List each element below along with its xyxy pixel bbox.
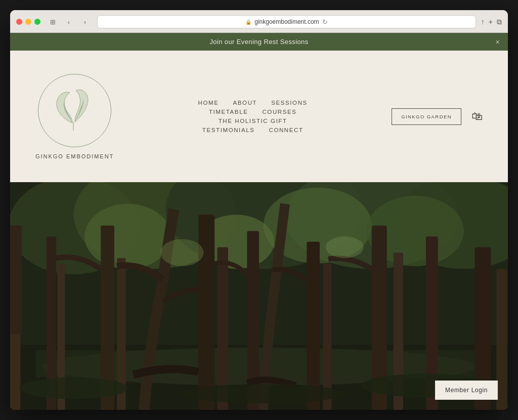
hero-forest-svg	[10, 182, 508, 410]
refresh-icon[interactable]: ↻	[322, 18, 328, 26]
nav-row-2: TIMETABLE COURSES	[209, 109, 297, 115]
header-right: GINKGO GARDEN 🛍 0	[392, 108, 483, 125]
tabs-icon[interactable]: ⧉	[497, 18, 502, 26]
forward-button[interactable]: ›	[78, 16, 92, 27]
cart-button[interactable]: 🛍 0	[471, 111, 483, 122]
traffic-lights	[16, 19, 40, 25]
main-navigation: HOME ABOUT SESSIONS TIMETABLE COURSES TH…	[114, 100, 392, 133]
nav-about[interactable]: ABOUT	[233, 100, 257, 106]
svg-point-7	[84, 204, 171, 269]
svg-point-31	[326, 236, 364, 258]
nav-row-4: TESTIMONIALS CONNECT	[202, 127, 304, 133]
nav-testimonials[interactable]: TESTIMONIALS	[202, 127, 255, 133]
svg-point-33	[182, 384, 344, 404]
browser-window: ⊞ ‹ › 🔒 ginkgoembodiment.com ↻ ↑ + ⧉ Joi…	[10, 10, 508, 410]
browser-actions: ↑ + ⧉	[481, 18, 502, 26]
nav-home[interactable]: HOME	[198, 100, 219, 106]
svg-rect-23	[307, 242, 320, 410]
site-content: Join our Evening Rest Sessions ×	[10, 33, 508, 410]
logo-area: GINKGO EMBODIMENT	[35, 74, 114, 159]
cart-count: 0	[476, 116, 478, 121]
nav-sessions[interactable]: SESSIONS	[271, 100, 308, 106]
browser-chrome: ⊞ ‹ › 🔒 ginkgoembodiment.com ↻ ↑ + ⧉	[10, 10, 508, 33]
url-text: ginkgoembodiment.com	[254, 18, 319, 25]
nav-row-1: HOME ABOUT SESSIONS	[198, 100, 308, 106]
address-bar[interactable]: 🔒 ginkgoembodiment.com ↻	[97, 15, 476, 28]
browser-nav-buttons: ⊞ ‹ ›	[46, 16, 92, 27]
lock-icon: 🔒	[245, 19, 251, 25]
ginkgo-garden-button[interactable]: GINKGO GARDEN	[392, 108, 461, 125]
logo-name: GINKGO EMBODIMENT	[35, 153, 114, 159]
new-tab-icon[interactable]: +	[489, 18, 493, 26]
announcement-text: Join our Evening Rest Sessions	[209, 38, 308, 46]
logo-circle	[38, 74, 111, 147]
nav-holistic-gift[interactable]: THE HOLISTIC GIFT	[219, 118, 287, 124]
announcement-bar: Join our Evening Rest Sessions ×	[10, 33, 508, 51]
announcement-close-button[interactable]: ×	[495, 38, 500, 46]
ginkgo-logo-svg	[47, 82, 103, 138]
maximize-button[interactable]	[34, 19, 40, 25]
nav-timetable[interactable]: TIMETABLE	[209, 109, 248, 115]
svg-point-32	[19, 377, 127, 399]
svg-rect-15	[10, 226, 22, 334]
svg-rect-29	[496, 269, 507, 410]
nav-connect[interactable]: CONNECT	[269, 127, 303, 133]
share-icon[interactable]: ↑	[481, 18, 485, 26]
close-button[interactable]	[16, 19, 22, 25]
hero-area: Member Login	[10, 182, 508, 410]
nav-row-3: THE HOLISTIC GIFT	[219, 118, 287, 124]
minimize-button[interactable]	[25, 19, 31, 25]
back-button[interactable]: ‹	[62, 16, 76, 27]
svg-point-30	[160, 239, 204, 267]
svg-rect-20	[198, 215, 214, 410]
member-login-button[interactable]: Member Login	[435, 381, 498, 400]
tab-switcher-icon[interactable]: ⊞	[46, 16, 60, 27]
nav-courses[interactable]: COURSES	[262, 109, 296, 115]
site-header: GINKGO EMBODIMENT HOME ABOUT SESSIONS TI…	[10, 51, 508, 182]
